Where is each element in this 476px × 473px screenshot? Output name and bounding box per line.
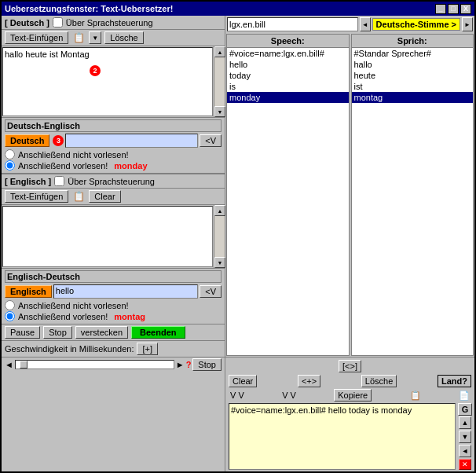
scroll-up-top[interactable]: ▲ [214,46,225,57]
scroll-track-bottom [214,216,225,257]
output-buttons: G ▲ ▼ ◄ ✕ [457,402,473,471]
speech-row-4[interactable]: monday [227,92,349,103]
englisch-deutsch-section: Englisch-Deutsch Englisch hello <V Ansch… [2,268,225,324]
arrow-right-icon: ► [176,360,185,369]
kopiere-btn[interactable]: Kopiere [334,389,372,402]
radio-vorlesen-2[interactable] [5,311,15,321]
verstecken-btn[interactable]: verstecken [75,326,128,339]
radio-vorlesen-label: Anschließend vorlesen! [18,161,108,170]
radio-nicht-vorlesen-2[interactable] [5,300,15,310]
deutsch-label: [ Deutsch ] [5,18,49,28]
voice-field[interactable]: lgx.en.bill [227,17,358,31]
copy-icon2: 📄 [459,390,470,401]
dropdown-arrow-top[interactable]: ▼ [89,31,101,44]
brackets-btn[interactable]: [<>] [339,360,361,372]
sprachsteuerung-checkbox-bottom[interactable] [54,176,64,186]
scroll-down-top[interactable]: ▼ [214,106,225,117]
right-losche-btn[interactable]: Lösche [361,375,397,387]
right-scroll-up[interactable]: ▲ [459,416,471,429]
radio-nicht-vorlesen-label: Anschließend nicht vorlesen! [18,150,129,160]
top-textarea-container: hallo heute ist Montag 2 ▲ ▼ [2,46,225,117]
radio-row-2: Anschließend vorlesen! monday [5,160,222,170]
scroll-down-bottom[interactable]: ▼ [214,257,225,268]
minimize-button[interactable]: _ [435,4,446,14]
section-header-1: Deutsch-Englisch [5,119,222,132]
slider-thumb[interactable] [20,361,27,368]
losche-btn-top[interactable]: Lösche [104,31,143,44]
close-button[interactable]: X [460,4,471,14]
text-einfugen-btn-bottom[interactable]: Text-Einfügen [5,190,68,203]
sprich-row-1: hallo [352,59,474,70]
stop-btn[interactable]: Stop [43,326,72,339]
speech-columns: Speech: #voice=name:lgx.en.bill# hello t… [225,33,474,357]
main-window: Uebersetzungsfenster: Text-Uebersetzer! … [0,0,476,473]
speech-row-2: today [227,70,349,81]
englisch-btn[interactable]: Englisch [5,285,52,298]
file-icon-bottom: 📋 [71,190,86,203]
right-scroll-down[interactable]: ▼ [459,431,471,443]
deutsche-stimme-btn[interactable]: Deutsche-Stimme > [372,18,460,31]
sprich-row-0: #Standar Sprecher# [352,48,474,59]
scroll-up-bottom[interactable]: ▲ [214,205,225,216]
speech-column: Speech: #voice=name:lgx.en.bill# hello t… [226,34,350,356]
englisch-output-textarea[interactable] [2,206,213,267]
stop-btn-speed[interactable]: Stop [192,358,222,371]
pause-btn[interactable]: Pause [5,326,40,339]
deutsch-btn[interactable]: Deutsch [5,134,49,147]
maximize-button[interactable]: □ [448,4,459,14]
right-clear-btn[interactable]: Clear [229,375,257,387]
sprachsteuerung-checkbox-top[interactable] [53,17,63,28]
brackets-row: [<>] [227,358,473,374]
englisch-toolbar1: [ Englisch ] Über Sprachsteuerung [2,174,225,189]
englisch-arrow-btn[interactable]: <V [200,285,222,298]
deutsch-input-textarea[interactable] [2,47,213,116]
plus-minus-btn[interactable]: <+> [298,375,320,387]
deutsch-translation-field[interactable] [65,134,198,148]
radio-nicht-vorlesen[interactable] [5,149,15,160]
output-row: #voice=name:lgx.en.bill# hello today is … [227,402,473,471]
controls-row: Pause Stop verstecken Beenden [2,324,225,340]
window-title: Uebersetzungsfenster: Text-Uebersetzer! [5,4,173,13]
left-vv: V V [230,390,244,400]
radio-vorlesen-label-2: Anschließend vorlesen! [18,312,108,321]
arrow-left-icon: ◄ [5,360,13,369]
plus-btn[interactable]: [+] [137,343,158,355]
sprich-content: #Standar Sprecher# hallo heute ist monta… [352,48,474,355]
sprich-row-3: ist [352,81,474,92]
radio-nicht-vorlesen-label-2: Anschließend nicht vorlesen! [18,301,129,310]
speech-row-1: hello [227,59,349,70]
sprachsteuerung-label-top: Über Sprachsteuerung [66,18,153,28]
right-panel: lgx.en.bill ◄ Deutsche-Stimme > ► Speech… [225,16,474,471]
right-scroll-left[interactable]: ◄ [459,445,471,457]
sprachsteuerung-label-bottom: Über Sprachsteuerung [68,177,155,186]
text-einfugen-btn-top[interactable]: Text-Einfügen [5,31,68,44]
main-content: [ Deutsch ] Über Sprachsteuerung Text-Ei… [2,16,474,471]
title-bar: Uebersetzungsfenster: Text-Uebersetzer! … [2,2,474,16]
title-controls: _ □ X [435,4,471,14]
englisch-translation-field[interactable]: hello [53,284,198,299]
englisch-section-top: [ Englisch ] Über Sprachsteuerung Text-E… [2,173,225,205]
montag-text: montag [114,312,145,321]
sprich-row-4[interactable]: montag [352,92,474,103]
right-top-bar: lgx.en.bill ◄ Deutsche-Stimme > ► [225,16,474,33]
deutsch-arrow-btn[interactable]: <V [200,134,222,147]
radio-row-4: Anschließend vorlesen! montag [5,311,222,321]
voice-arrow-btn[interactable]: ◄ [360,17,371,31]
red-x-btn[interactable]: ✕ [459,459,471,470]
voice-field-text: lgx.en.bill [229,20,265,29]
section-header-2: Englisch-Deutsch [5,270,222,283]
clear-btn[interactable]: Clear [89,190,120,203]
speech-row-3: is [227,81,349,92]
g-btn[interactable]: G [458,403,473,416]
land-btn[interactable]: Land? [438,375,471,387]
deutsche-arrow-btn[interactable]: ► [462,17,473,31]
speed-bar: Geschwindigkeit in Millisekunden: [+] [2,340,225,357]
file-icon-top: 📋 [71,31,86,44]
red-x-icon: ✕ [462,460,468,468]
top-toolbar: [ Deutsch ] Über Sprachsteuerung [2,16,225,30]
englisch-value: hello [56,286,74,295]
radio-vorlesen[interactable] [5,160,15,170]
speed-slider[interactable] [15,360,174,369]
beenden-btn[interactable]: Beenden [131,326,185,339]
question-mark: ? [186,360,192,369]
